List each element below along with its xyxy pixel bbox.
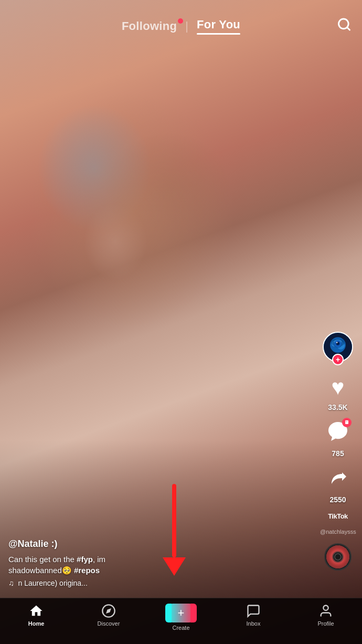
like-icon-container: ♥ [324, 374, 352, 401]
bottom-nav: Home Discover + Create Inbox Profile [0, 598, 362, 644]
nav-inbox-label: Inbox [247, 620, 261, 627]
nav-following-container[interactable]: Following [122, 19, 177, 33]
svg-marker-18 [106, 608, 111, 614]
header: Following | For You [0, 0, 362, 52]
search-button[interactable] [337, 17, 352, 36]
nav-home-label: Home [28, 620, 45, 627]
nav-create[interactable]: + Create [160, 604, 202, 631]
nav-discover[interactable]: Discover [88, 604, 130, 627]
arrow-annotation [163, 484, 186, 576]
home-icon [29, 604, 44, 618]
arrow-head [163, 557, 186, 576]
nav-divider: | [185, 19, 188, 33]
share-action[interactable]: 2550 [324, 466, 352, 504]
svg-point-19 [323, 606, 328, 610]
follow-plus-button[interactable]: + [332, 354, 344, 365]
tiktok-logo: TikTok [328, 512, 348, 520]
comment-action[interactable]: 785 [324, 420, 352, 458]
like-action[interactable]: ♥ 33.5K [324, 374, 352, 411]
inbox-icon [246, 604, 261, 618]
create-button[interactable]: + [167, 604, 195, 622]
svg-line-1 [347, 27, 349, 30]
create-plus-icon: + [178, 606, 185, 620]
svg-rect-14 [345, 420, 348, 424]
music-disc[interactable] [324, 543, 352, 571]
music-note-icon: ♫ [8, 579, 14, 587]
desc-text-2: , im [93, 555, 105, 564]
discover-icon [101, 604, 116, 618]
hashtag-fyp[interactable]: #fyp [77, 555, 93, 564]
nav-discover-label: Discover [98, 620, 120, 627]
svg-rect-15 [346, 421, 346, 422]
arrow-shaft [172, 484, 176, 557]
nav-create-label: Create [172, 625, 189, 631]
svg-point-13 [336, 342, 338, 343]
like-count: 33.5K [328, 403, 347, 411]
share-icon-container [324, 466, 352, 493]
foryou-underline [197, 33, 240, 35]
profile-icon [318, 604, 333, 618]
comment-icon [326, 420, 349, 448]
creator-username: @natchlaysss [320, 529, 356, 535]
share-icon [326, 468, 349, 491]
hashtag-repos[interactable]: #repos [74, 566, 100, 575]
nav-home[interactable]: Home [15, 604, 57, 627]
music-row[interactable]: ♫ n Laurence) origina... [8, 579, 320, 587]
svg-rect-16 [347, 421, 347, 422]
notification-dot [178, 18, 183, 24]
tiktok-label-container: TikTok [328, 512, 348, 520]
share-count: 2550 [329, 495, 346, 504]
foryou-tab[interactable]: For You [197, 18, 240, 31]
foryou-tab-container[interactable]: For You [197, 18, 240, 35]
desc-text-3: shadowbanned🥺 [8, 566, 74, 575]
music-text: n Laurence) origina... [18, 579, 88, 587]
comment-count: 785 [332, 449, 344, 458]
heart-icon: ♥ [332, 375, 345, 400]
creator-avatar[interactable]: + [323, 332, 353, 362]
nav-profile-label: Profile [317, 620, 334, 627]
right-actions: + ♥ 33.5K 785 [320, 332, 356, 571]
nav-inbox[interactable]: Inbox [232, 604, 274, 627]
comment-badge [342, 418, 352, 427]
nav-profile[interactable]: Profile [305, 604, 347, 627]
following-tab[interactable]: Following [122, 19, 177, 33]
desc-text-1: Can this get on the [8, 555, 77, 564]
header-nav: Following | For You [122, 18, 240, 35]
artwork-overlay [0, 42, 304, 493]
comment-icon-container [324, 420, 352, 447]
music-disc-inner [334, 553, 342, 561]
